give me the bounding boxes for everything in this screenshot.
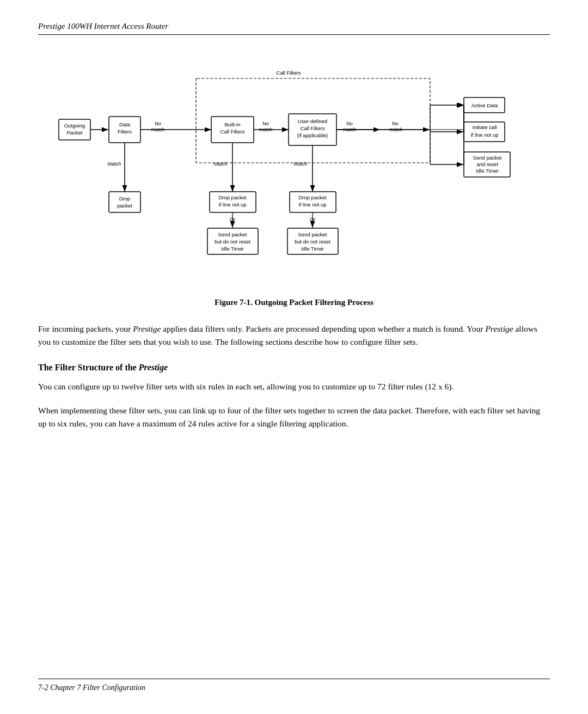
send-reset-label2: and reset <box>476 161 498 167</box>
user-defined-label3: (if applicable) <box>297 132 328 138</box>
no-match-label4: No <box>392 121 399 126</box>
match-label3: Match <box>294 161 308 167</box>
send-reset-label: Send packet <box>473 155 502 161</box>
send-noreset2-label3: Idle Timer <box>301 246 324 252</box>
data-filters-label2: Filters <box>118 129 132 135</box>
header-title: Prestige 100WH Internet Access Router <box>38 22 168 30</box>
page: Prestige 100WH Internet Access Router Ca… <box>0 0 588 714</box>
send-noreset2-label: Send packet <box>298 231 327 237</box>
diagram-svg: Call Filters Outgoing Packet Data Filter… <box>49 57 539 291</box>
send-noreset1-label2: but do not reset <box>215 239 250 245</box>
initiate-call-label2: if line not up <box>470 132 498 138</box>
send-noreset1-label3: Idle Timer <box>221 246 244 252</box>
active-data-label: Active Data <box>471 102 498 108</box>
match-label2: Match <box>214 161 228 167</box>
page-footer: 7-2 Chapter 7 Filter Configuration <box>38 679 550 692</box>
drop-packet2-label: Drop packet <box>218 194 247 200</box>
figure-number: Figure 7-1. <box>215 298 253 307</box>
builtin-label2: Call Filters <box>220 129 245 135</box>
diagram-container: Call Filters Outgoing Packet Data Filter… <box>38 57 550 291</box>
send-noreset1-label: Send packet <box>218 231 247 237</box>
section-heading: The Filter Structure of the Prestige <box>38 363 550 373</box>
no-match-label3: No <box>346 121 353 126</box>
body-paragraph-3: When implementing these filter sets, you… <box>38 404 550 430</box>
svg-rect-31 <box>109 192 140 212</box>
drop-packet3-label2: if line not up <box>298 202 326 208</box>
match-label1: Match <box>108 161 121 167</box>
drop-packet-label: Drop <box>119 196 131 202</box>
outgoing-packet-label2: Packet <box>66 130 82 136</box>
user-defined-label: User-defined <box>298 118 327 124</box>
no-match-label1b: match <box>151 127 165 132</box>
drop-packet3-label: Drop packet <box>298 194 327 200</box>
page-header: Prestige 100WH Internet Access Router <box>38 22 550 35</box>
no-match-label1: No <box>155 121 161 126</box>
figure-caption: Figure 7-1. Outgoing Packet Filtering Pr… <box>38 298 550 307</box>
initiate-call-label: Initiate call <box>473 124 497 130</box>
drop-packet2-label2: if line not up <box>218 202 246 208</box>
no-match-label2b: match <box>259 127 273 132</box>
body-paragraph-2: You can configure up to twelve filter se… <box>38 380 550 393</box>
body-paragraph-1: For incoming packets, your Prestige appl… <box>38 322 550 349</box>
send-reset-label3: Idle Timer <box>476 168 499 174</box>
call-filters-label: Call Filters <box>277 70 301 76</box>
drop-packet-label2: packet <box>117 203 132 209</box>
footer-text: 7-2 Chapter 7 Filter Configuration <box>38 684 145 692</box>
figure-title: Outgoing Packet Filtering Process <box>255 298 373 307</box>
outgoing-packet-label: Outgoing <box>64 123 85 129</box>
user-defined-label2: Call Filters <box>301 125 325 131</box>
data-filters-label: Data <box>119 121 131 127</box>
send-noreset2-label2: but do not reset <box>295 239 330 245</box>
builtin-label: Built-in <box>224 121 240 127</box>
no-match-label2: No <box>262 121 269 126</box>
